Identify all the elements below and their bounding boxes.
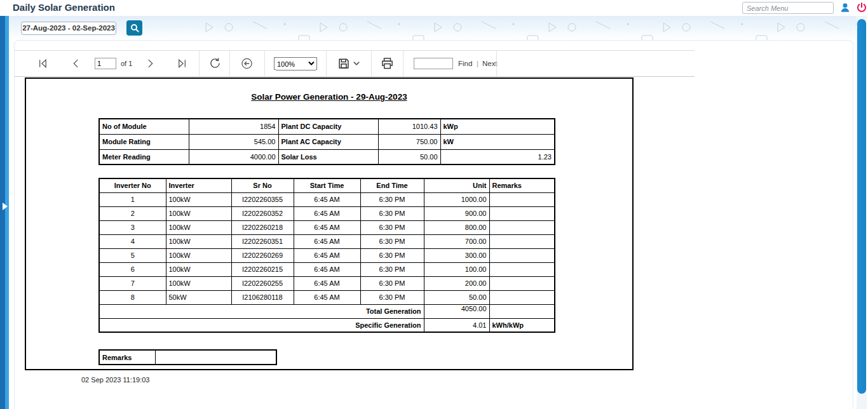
cell-start-time: 6:45 AM bbox=[294, 234, 360, 248]
cell-unit: 50.00 bbox=[424, 290, 489, 304]
cell-remarks bbox=[489, 192, 555, 206]
find-next-separator: | bbox=[477, 60, 478, 67]
remarks-label: Remarks bbox=[99, 350, 155, 365]
cell-unit: 900.00 bbox=[424, 206, 489, 220]
col-header: End Time bbox=[360, 178, 424, 192]
summary-label: Meter Reading bbox=[99, 149, 189, 164]
plant-summary-table: No of Module 1854 Plant DC Capacity 1010… bbox=[98, 118, 555, 165]
page-number-input[interactable] bbox=[95, 58, 116, 69]
cell-start-time: 6:45 AM bbox=[294, 192, 360, 206]
decor-shapes bbox=[432, 16, 546, 40]
sidebar-expand-toggle[interactable] bbox=[1, 201, 9, 212]
summary-value: 1010.43 bbox=[378, 119, 440, 134]
summary-value: 1.23 bbox=[440, 149, 555, 164]
cell-inverter: 100kW bbox=[166, 220, 231, 234]
cell-inverter-no: 1 bbox=[99, 192, 166, 206]
summary-value: 545.00 bbox=[189, 134, 278, 149]
cell-sr-no: I2202260215 bbox=[231, 262, 294, 276]
cell-sr-no: I2202260269 bbox=[231, 248, 294, 262]
col-header: Sr No bbox=[231, 178, 294, 192]
summary-unit: kW bbox=[440, 134, 555, 149]
cell-unit: 300.00 bbox=[424, 248, 489, 262]
toolbar-divider bbox=[199, 51, 200, 76]
cell-inverter: 100kW bbox=[166, 276, 231, 290]
find-text-input[interactable] bbox=[414, 58, 453, 69]
cell-start-time: 6:45 AM bbox=[294, 206, 360, 220]
toolbar-divider bbox=[326, 51, 327, 76]
cell-remarks bbox=[489, 220, 555, 234]
cell-start-time: 6:45 AM bbox=[294, 220, 360, 234]
inverter-row: 2 100kW I2202260352 6:45 AM 6:30 PM 900.… bbox=[99, 206, 555, 220]
print-icon[interactable] bbox=[381, 57, 394, 70]
inverter-row: 7 100kW I2202260255 6:45 AM 6:30 PM 200.… bbox=[99, 276, 555, 290]
summary-row: Meter Reading 4000.00 Solar Loss 50.00 1… bbox=[99, 149, 555, 164]
decor-shapes bbox=[775, 16, 868, 40]
summary-value: 4000.00 bbox=[189, 149, 278, 164]
total-unit bbox=[489, 304, 555, 318]
find-next-link[interactable]: Next bbox=[482, 60, 498, 67]
report-generated-timestamp: 02 Sep 2023 11:19:03 bbox=[81, 376, 149, 384]
page-count-label: of 1 bbox=[121, 60, 132, 67]
inverter-row: 4 100kW I2202260351 6:45 AM 6:30 PM 700.… bbox=[99, 234, 555, 248]
scrollbar-thumb[interactable] bbox=[857, 19, 866, 394]
cell-inverter-no: 4 bbox=[99, 234, 166, 248]
date-range-picker[interactable]: 27-Aug-2023 - 02-Sep-2023 bbox=[21, 22, 116, 35]
refresh-icon[interactable] bbox=[209, 58, 221, 70]
cell-inverter: 100kW bbox=[166, 262, 231, 276]
cell-sr-no: I2202260351 bbox=[231, 234, 294, 248]
cell-sr-no: I2202260352 bbox=[231, 206, 294, 220]
menu-search-input[interactable] bbox=[742, 2, 834, 14]
cell-end-time: 6:30 PM bbox=[360, 192, 424, 206]
inverter-row: 5 100kW I2202260269 6:45 AM 6:30 PM 300.… bbox=[99, 248, 555, 262]
cell-inverter-no: 2 bbox=[99, 206, 166, 220]
page-title: Daily Solar Generation bbox=[13, 2, 115, 13]
cell-unit: 100.00 bbox=[424, 262, 489, 276]
summary-unit: kWp bbox=[440, 119, 555, 134]
remarks-value bbox=[155, 350, 276, 365]
report-title: Solar Power Generation - 29-Aug-2023 bbox=[26, 92, 632, 102]
export-save-icon[interactable] bbox=[337, 57, 350, 70]
cell-remarks bbox=[489, 290, 555, 304]
cell-unit: 1000.00 bbox=[424, 192, 489, 206]
toolbar-divider bbox=[264, 51, 265, 76]
cell-end-time: 6:30 PM bbox=[360, 234, 424, 248]
zoom-select[interactable]: 100% bbox=[274, 57, 317, 70]
previous-page-button[interactable] bbox=[71, 58, 82, 69]
cell-sr-no: I2202260218 bbox=[231, 220, 294, 234]
user-icon[interactable] bbox=[839, 2, 851, 13]
total-value: 4050.00 bbox=[424, 304, 489, 318]
cell-end-time: 6:30 PM bbox=[360, 206, 424, 220]
inverter-row: 1 100kW I2202260355 6:45 AM 6:30 PM 1000… bbox=[99, 192, 555, 206]
cell-start-time: 6:45 AM bbox=[294, 248, 360, 262]
cell-inverter-no: 6 bbox=[99, 262, 166, 276]
specific-label: Specific Generation bbox=[99, 318, 424, 332]
col-header: Inverter bbox=[166, 178, 231, 192]
remarks-row: Remarks bbox=[99, 350, 276, 365]
col-header: Unit bbox=[424, 178, 489, 192]
cell-start-time: 6:45 AM bbox=[294, 290, 360, 304]
cell-sr-no: I2106280118 bbox=[231, 290, 294, 304]
last-page-button[interactable] bbox=[176, 58, 187, 69]
back-to-parent-icon[interactable] bbox=[241, 58, 253, 70]
cell-inverter-no: 3 bbox=[99, 220, 166, 234]
cell-end-time: 6:30 PM bbox=[360, 248, 424, 262]
power-icon[interactable] bbox=[856, 2, 867, 13]
summary-value: 50.00 bbox=[378, 149, 440, 164]
first-page-button[interactable] bbox=[37, 58, 49, 69]
find-link[interactable]: Find bbox=[458, 60, 472, 67]
inverter-row: 8 50kW I2106280118 6:45 AM 6:30 PM 50.00 bbox=[99, 290, 555, 304]
next-page-button[interactable] bbox=[144, 58, 156, 69]
filter-search-button[interactable] bbox=[126, 20, 142, 36]
cell-start-time: 6:45 AM bbox=[294, 276, 360, 290]
cell-end-time: 6:30 PM bbox=[360, 290, 424, 304]
cell-sr-no: I2202260355 bbox=[231, 192, 294, 206]
cell-remarks bbox=[489, 262, 555, 276]
cell-inverter: 50kW bbox=[166, 290, 231, 304]
toolbar-divider bbox=[229, 51, 230, 76]
cell-remarks bbox=[489, 206, 555, 220]
total-label: Total Generation bbox=[99, 304, 424, 318]
cell-inverter-no: 8 bbox=[99, 290, 166, 304]
cell-unit: 700.00 bbox=[424, 234, 489, 248]
specific-generation-row: Specific Generation 4.01 kWh/kWp bbox=[99, 318, 555, 332]
export-dropdown-chevron-icon[interactable] bbox=[353, 60, 360, 67]
